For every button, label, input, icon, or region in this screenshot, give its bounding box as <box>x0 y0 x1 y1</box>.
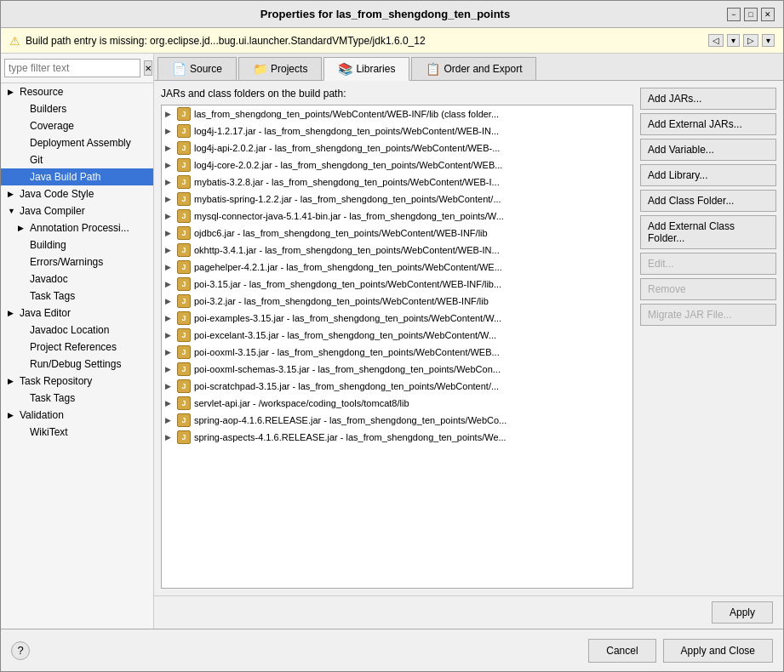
jar-expand-icon: ▶ <box>165 331 174 339</box>
sidebar-item-coverage[interactable]: Coverage <box>1 117 153 134</box>
warning-navigation: ◁ ▾ ▷ ▾ <box>708 34 775 47</box>
list-item[interactable]: ▶ J mysql-connector-java-5.1.41-bin.jar … <box>162 208 632 225</box>
list-item[interactable]: ▶ J log4j-1.2.17.jar - las_from_shengdon… <box>162 122 632 140</box>
list-item[interactable]: ▶ J spring-aspects-4.1.6.RELEASE.jar - l… <box>162 429 632 446</box>
warning-down-button[interactable]: ▾ <box>727 34 740 47</box>
list-item[interactable]: ▶ J mybatis-spring-1.2.2.jar - las_from_… <box>162 191 632 208</box>
jar-expand-icon: ▶ <box>165 212 174 220</box>
apply-and-close-button[interactable]: Apply and Close <box>663 639 773 663</box>
add-jars-button[interactable]: Add JARs... <box>640 88 776 110</box>
list-item[interactable]: ▶ J servlet-api.jar - /workspace/coding_… <box>162 395 632 412</box>
source-tab-icon: 📄 <box>172 62 186 76</box>
help-button[interactable]: ? <box>11 641 30 660</box>
edit-button[interactable]: Edit... <box>640 253 776 275</box>
libraries-tab-icon: 📚 <box>338 62 352 76</box>
maximize-button[interactable]: □ <box>744 8 758 21</box>
sidebar-item-builders[interactable]: Builders <box>1 100 153 117</box>
jar-section-label: JARs and class folders on the build path… <box>161 88 633 100</box>
window-title: Properties for las_from_shengdong_ten_po… <box>43 8 727 20</box>
warning-next-button[interactable]: ▷ <box>743 34 758 47</box>
sidebar-item-javadoc[interactable]: Javadoc <box>1 271 153 288</box>
sidebar-item-building[interactable]: Building <box>1 236 153 253</box>
sidebar-item-java-editor[interactable]: ▶ Java Editor <box>1 305 153 322</box>
list-item[interactable]: ▶ J ojdbc6.jar - las_from_shengdong_ten_… <box>162 225 632 242</box>
tab-projects[interactable]: 📁 Projects <box>238 57 322 80</box>
list-item[interactable]: ▶ J log4j-core-2.0.2.jar - las_from_shen… <box>162 157 632 174</box>
tab-bar: 📄 Source 📁 Projects 📚 Libraries 📋 Order … <box>154 54 783 81</box>
tab-order-export[interactable]: 📋 Order and Export <box>411 57 536 80</box>
apply-button[interactable]: Apply <box>712 601 773 624</box>
remove-button[interactable]: Remove <box>640 278 776 300</box>
sidebar-item-git[interactable]: Git <box>1 151 153 168</box>
jar-expand-icon: ▶ <box>165 161 174 169</box>
sidebar-item-resource[interactable]: ▶ Resource <box>1 83 153 100</box>
sidebar-item-javadoc-location[interactable]: Javadoc Location <box>1 322 153 339</box>
list-item[interactable]: ▶ J poi-excelant-3.15.jar - las_from_she… <box>162 327 632 344</box>
sidebar-item-task-repository[interactable]: ▶ Task Repository <box>1 373 153 390</box>
warning-prev-button[interactable]: ◁ <box>708 34 724 47</box>
list-item[interactable]: ▶ J poi-3.2.jar - las_from_shengdong_ten… <box>162 293 632 310</box>
jar-file-icon: J <box>177 209 191 223</box>
add-variable-button[interactable]: Add Variable... <box>640 139 776 161</box>
list-item[interactable]: ▶ J log4j-api-2.0.2.jar - las_from_sheng… <box>162 140 632 157</box>
jar-list[interactable]: ▶ J las_from_shengdong_ten_points/WebCon… <box>161 105 633 589</box>
sidebar-item-project-references[interactable]: Project References <box>1 339 153 356</box>
jar-file-icon: J <box>177 124 191 138</box>
list-item[interactable]: ▶ J las_from_shengdong_ten_points/WebCon… <box>162 105 632 122</box>
list-item[interactable]: ▶ J spring-aop-4.1.6.RELEASE.jar - las_f… <box>162 412 632 429</box>
jar-file-icon: J <box>177 345 191 359</box>
sidebar-item-run-debug-settings[interactable]: Run/Debug Settings <box>1 356 153 373</box>
jar-expand-icon: ▶ <box>165 382 174 390</box>
sidebar-item-wikitext[interactable]: WikiText <box>1 424 153 441</box>
search-input[interactable] <box>4 59 140 77</box>
jar-file-icon: J <box>177 277 191 291</box>
sidebar-item-deployment-assembly[interactable]: Deployment Assembly <box>1 134 153 151</box>
sidebar-item-task-tags[interactable]: Task Tags <box>1 288 153 305</box>
cancel-button[interactable]: Cancel <box>588 639 655 663</box>
list-item[interactable]: ▶ J poi-examples-3.15.jar - las_from_she… <box>162 310 632 327</box>
jar-expand-icon: ▶ <box>165 178 174 186</box>
tab-source[interactable]: 📄 Source <box>157 57 237 80</box>
list-item[interactable]: ▶ J okhttp-3.4.1.jar - las_from_shengdon… <box>162 242 632 259</box>
minimize-button[interactable]: − <box>727 8 741 21</box>
jar-file-icon: J <box>177 311 191 325</box>
jar-file-icon: J <box>177 175 191 189</box>
title-bar: Properties for las_from_shengdong_ten_po… <box>1 1 783 28</box>
add-external-class-folder-button[interactable]: Add External Class Folder... <box>640 215 776 249</box>
sidebar-item-java-compiler[interactable]: ▼ Java Compiler <box>1 202 153 219</box>
jar-expand-icon: ▶ <box>165 246 174 254</box>
sidebar-item-task-tags2[interactable]: Task Tags <box>1 390 153 407</box>
expand-icon: ▶ <box>8 411 16 419</box>
warning-text: Build path entry is missing: org.eclipse… <box>26 35 426 47</box>
list-item[interactable]: ▶ J poi-3.15.jar - las_from_shengdong_te… <box>162 276 632 293</box>
add-library-button[interactable]: Add Library... <box>640 164 776 186</box>
warning-menu-button[interactable]: ▾ <box>762 34 775 47</box>
action-buttons: Add JARs... Add External JARs... Add Var… <box>640 88 776 589</box>
add-external-jars-button[interactable]: Add External JARs... <box>640 113 776 135</box>
tab-libraries[interactable]: 📚 Libraries <box>323 57 409 81</box>
jar-file-icon: J <box>177 141 191 155</box>
jar-expand-icon: ▶ <box>165 365 174 373</box>
sidebar-item-validation[interactable]: ▶ Validation <box>1 407 153 424</box>
list-item[interactable]: ▶ J poi-ooxml-schemas-3.15.jar - las_fro… <box>162 361 632 378</box>
jar-expand-icon: ▶ <box>165 348 174 356</box>
list-item[interactable]: ▶ J poi-ooxml-3.15.jar - las_from_shengd… <box>162 344 632 361</box>
bottom-bar: ? Cancel Apply and Close <box>1 629 783 671</box>
jar-file-icon: J <box>177 158 191 172</box>
list-item[interactable]: ▶ J mybatis-3.2.8.jar - las_from_shengdo… <box>162 174 632 191</box>
list-item[interactable]: ▶ J pagehelper-4.2.1.jar - las_from_shen… <box>162 259 632 276</box>
jar-file-icon: J <box>177 413 191 427</box>
jar-expand-icon: ▶ <box>165 399 174 407</box>
add-class-folder-button[interactable]: Add Class Folder... <box>640 190 776 212</box>
jar-file-icon: J <box>177 192 191 206</box>
right-panel: 📄 Source 📁 Projects 📚 Libraries 📋 Order … <box>154 54 783 629</box>
filter-clear-button[interactable]: ✕ <box>144 60 152 76</box>
jar-file-icon: J <box>177 396 191 410</box>
sidebar-item-annotation-processing[interactable]: ▶ Annotation Processi... <box>1 219 153 236</box>
migrate-jar-button[interactable]: Migrate JAR File... <box>640 304 776 326</box>
sidebar-item-java-code-style[interactable]: ▶ Java Code Style <box>1 185 153 202</box>
list-item[interactable]: ▶ J poi-scratchpad-3.15.jar - las_from_s… <box>162 378 632 395</box>
close-button[interactable]: ✕ <box>761 8 775 21</box>
sidebar-item-java-build-path[interactable]: Java Build Path <box>1 168 153 185</box>
sidebar-item-errors-warnings[interactable]: Errors/Warnings <box>1 253 153 271</box>
